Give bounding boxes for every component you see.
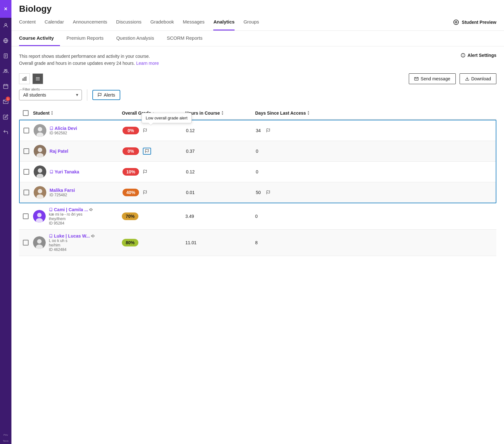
nav-items: Content Calendar Announcements Discussio… <box>19 19 259 30</box>
th-student: Student ▲▼ <box>33 111 122 116</box>
title-row: Biology <box>11 0 504 14</box>
row-checkbox[interactable] <box>23 128 29 133</box>
select-all-checkbox[interactable] <box>23 110 29 116</box>
hours-cell: 0.37 <box>186 149 256 154</box>
description-text: This report shows student performance an… <box>19 53 159 67</box>
flag-icon[interactable] <box>143 170 147 174</box>
sidebar-close-button[interactable]: × <box>0 0 11 18</box>
hours-cell: 0.01 <box>186 190 256 195</box>
sidebar-bottom-priv: Priv <box>0 432 11 438</box>
nav-discussions[interactable]: Discussions <box>116 19 142 30</box>
row-checkbox[interactable] <box>23 190 29 195</box>
list-view-button[interactable] <box>32 73 43 84</box>
student-phonetic: L oo k uh s <box>49 239 96 243</box>
hours-sort[interactable]: ▲▼ <box>221 111 224 116</box>
main-content: Biology Content Calendar Announcements D… <box>11 0 504 444</box>
tab-scorm-reports[interactable]: SCORM Reports <box>167 31 209 46</box>
hours-cell: 0.12 <box>186 169 256 174</box>
student-info: Yuri Tanaka <box>34 165 123 178</box>
alert-settings-button[interactable]: Alert Settings <box>461 53 496 58</box>
chart-view-button[interactable] <box>19 73 30 84</box>
grade-cell: 10% <box>123 168 186 176</box>
days-cell: 34 <box>256 128 345 133</box>
book-icon <box>49 208 53 212</box>
student-preview-label: Student Preview <box>462 20 496 25</box>
sidebar-item-user[interactable] <box>0 18 11 33</box>
sidebar: × 1 Priv Term <box>0 0 11 444</box>
mail-badge: 1 <box>6 97 10 101</box>
sound-icon <box>89 207 94 212</box>
days-cell: 8 <box>255 240 344 245</box>
days-cell: 0 <box>255 214 344 219</box>
book-icon <box>50 170 53 174</box>
days-cell: 50 <box>256 190 345 195</box>
nav-calendar[interactable]: Calendar <box>45 19 64 30</box>
row-checkbox[interactable] <box>23 240 29 246</box>
nav-gradebook[interactable]: Gradebook <box>150 19 174 30</box>
sidebar-item-mail[interactable]: 1 <box>0 94 11 109</box>
student-info: Cami | Camila ... kæ mi lə - ro ðri yes … <box>33 207 122 225</box>
svg-point-18 <box>463 56 463 56</box>
nav-messages[interactable]: Messages <box>183 19 204 30</box>
nav-analytics[interactable]: Analytics <box>213 19 235 30</box>
nav-groups[interactable]: Groups <box>243 19 259 30</box>
table-row: Yuri Tanaka 10% 0.12 0 <box>20 162 496 182</box>
student-sort[interactable]: ▲▼ <box>51 111 53 116</box>
page-title: Biology <box>19 4 496 14</box>
sidebar-item-back[interactable] <box>0 124 11 140</box>
table-row: Malika Farsi ID 725482 40% 0.01 50 <box>20 182 496 203</box>
student-name[interactable]: Luke | Lucas W... <box>49 233 96 239</box>
grade-cell: 0% Low overall grade alert <box>123 127 186 134</box>
days-flag-icon[interactable] <box>266 128 270 133</box>
row-checkbox[interactable] <box>23 169 29 175</box>
tab-question-analysis[interactable]: Question Analysis <box>116 31 160 46</box>
student-preview-button[interactable]: Student Preview <box>453 19 496 25</box>
student-id: ID 462484 <box>49 247 96 252</box>
nav-announcements[interactable]: Announcements <box>73 19 107 30</box>
student-name[interactable]: Malika Farsi <box>50 188 75 193</box>
alerts-label: Alerts <box>104 92 115 98</box>
svg-point-47 <box>37 213 42 217</box>
row-checkbox[interactable] <box>23 148 29 154</box>
th-days: Days Since Last Access ▲▼ <box>255 111 344 116</box>
download-button[interactable]: Download <box>460 73 496 84</box>
th-days-label: Days Since Last Access <box>255 111 306 116</box>
description-row: This report shows student performance an… <box>19 53 496 67</box>
flag-icon[interactable] <box>143 148 151 155</box>
student-name[interactable]: Cami | Camila ... <box>49 207 94 212</box>
grade-badge: 0% <box>123 147 139 155</box>
learn-more-link[interactable]: Learn more <box>136 61 159 66</box>
tab-course-activity[interactable]: Course Activity <box>19 31 60 46</box>
student-name[interactable]: Yuri Tanaka <box>50 169 79 174</box>
student-pronoun: they/them <box>49 217 94 221</box>
send-message-button[interactable]: Send message <box>409 73 455 84</box>
alerts-button[interactable]: Alerts <box>92 90 120 100</box>
student-id: ID 95284 <box>49 221 94 225</box>
svg-point-0 <box>5 24 7 25</box>
nav-content[interactable]: Content <box>19 19 36 30</box>
header-right-actions: Student Preview <box>453 19 496 30</box>
student-id: ID 962582 <box>50 131 77 135</box>
days-sort[interactable]: ▲▼ <box>307 111 310 116</box>
sidebar-item-calendar[interactable] <box>0 79 11 94</box>
flag-icon[interactable] <box>143 128 147 133</box>
tab-premium-reports[interactable]: Premium Reports <box>66 31 110 46</box>
sidebar-bottom-term: Term <box>0 438 11 444</box>
row-checkbox[interactable] <box>23 213 29 219</box>
grade-badge: 0% <box>123 127 139 134</box>
flag-icon[interactable] <box>143 190 147 195</box>
grade-badge: 10% <box>123 168 139 176</box>
sidebar-item-document[interactable] <box>0 48 11 64</box>
sidebar-item-people[interactable] <box>0 64 11 79</box>
days-flag-icon[interactable] <box>266 190 270 195</box>
filter-row: Filter alerts All students Alerted stude… <box>19 89 496 101</box>
student-name[interactable]: Alicia Devi <box>50 126 77 131</box>
th-student-label: Student <box>33 111 50 116</box>
avatar <box>34 145 46 158</box>
sidebar-item-globe[interactable] <box>0 33 11 48</box>
sidebar-item-edit[interactable] <box>0 109 11 124</box>
send-message-label: Send message <box>421 76 450 81</box>
filter-select[interactable]: All students Alerted students <box>22 91 79 99</box>
student-name[interactable]: Raj Patel <box>50 149 68 154</box>
table-row: Raj Patel 0% 0.37 0 <box>20 141 496 162</box>
